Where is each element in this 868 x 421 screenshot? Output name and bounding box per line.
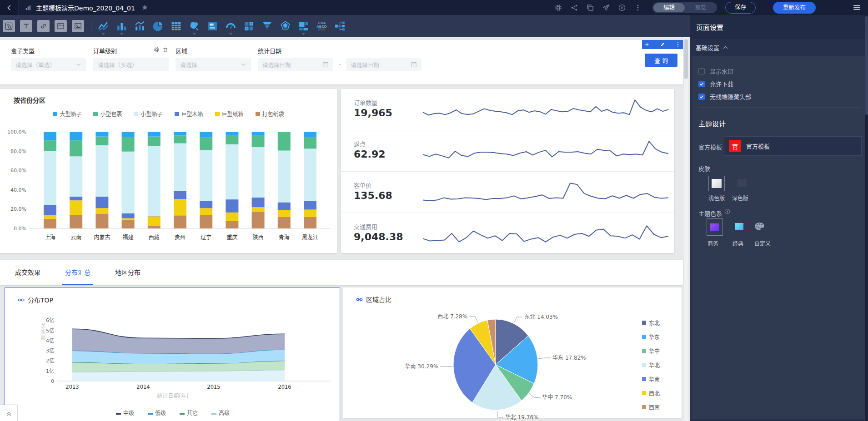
tab-分布汇总[interactable]: 分布汇总 <box>62 260 93 285</box>
legend-item[interactable]: 华南 <box>642 372 660 386</box>
legend-dash <box>180 413 185 415</box>
gear-icon[interactable] <box>154 47 160 53</box>
legend-item[interactable]: 小型包裹 <box>93 110 122 118</box>
palette-icon[interactable] <box>754 222 765 231</box>
menu-icon[interactable] <box>853 4 861 11</box>
word-cloud-button[interactable]: LHNAABCDEFGH <box>316 20 327 32</box>
republish-button[interactable]: 重新发布 <box>773 2 816 14</box>
canvas-scrollbar[interactable] <box>684 37 688 421</box>
plus-icon[interactable] <box>644 42 650 47</box>
copy-icon[interactable] <box>587 4 594 11</box>
date-input-1[interactable]: 请选择日期 <box>258 58 333 71</box>
filter-select[interactable]: 请选择 <box>176 58 251 71</box>
back-icon <box>6 5 12 11</box>
skin-swatch-深色版[interactable] <box>738 179 747 187</box>
checkbox-checked[interactable] <box>698 81 705 87</box>
checkbox-checked[interactable] <box>698 94 705 100</box>
theme-color-商务[interactable] <box>707 218 723 236</box>
legend-item[interactable]: 华中 <box>642 344 660 358</box>
legend-item[interactable]: 华北 <box>642 358 660 372</box>
table-button[interactable] <box>171 20 182 32</box>
gear-icon[interactable] <box>555 4 562 11</box>
basic-settings-header[interactable]: 基础设置 <box>690 39 868 56</box>
legend-item[interactable]: 西北 <box>642 386 660 400</box>
tab-地区分布[interactable]: 地区分布 <box>112 260 143 285</box>
calendar-icon <box>411 61 417 68</box>
legend-item[interactable]: 低级 <box>148 409 166 416</box>
pencil-icon[interactable] <box>660 42 665 47</box>
save-button[interactable]: 保存 <box>725 2 756 14</box>
legend-item[interactable]: 大型箱子 <box>53 110 81 118</box>
more-vertical-icon[interactable] <box>675 42 681 47</box>
line-chart-button[interactable] <box>98 20 109 32</box>
legend-item[interactable]: 小型箱子 <box>134 110 162 118</box>
skin-label: 皮肤 <box>698 164 710 173</box>
kpi-value: 135.68 <box>354 190 392 201</box>
share-icon[interactable] <box>571 4 578 11</box>
back-button[interactable] <box>0 0 19 15</box>
region-pie-card: 区域占比 东北 14.03%华东 17.82%华中 7.70%华北 19.76%… <box>343 287 682 418</box>
date-input-2[interactable]: 请选择日期 <box>346 58 421 71</box>
layout-blocks-button[interactable] <box>298 20 309 32</box>
combo-chart-button[interactable] <box>134 20 146 32</box>
area-chart-plot[interactable]: 01亿2亿3亿4亿5亿6亿2013201420152016 <box>5 310 341 391</box>
checkbox-unchecked[interactable] <box>698 68 705 74</box>
legend-swatch <box>93 112 98 116</box>
query-widget-button[interactable] <box>3 20 15 32</box>
checkbox-允许下载[interactable]: 允许下载 <box>698 79 733 88</box>
mode-preview-button[interactable]: 预览 <box>685 3 716 12</box>
svg-text:EFGH: EFGH <box>318 28 326 31</box>
text-widget-button[interactable] <box>20 20 32 32</box>
bar-chart-button[interactable] <box>116 20 127 32</box>
skin-swatch-浅色版[interactable] <box>708 176 725 191</box>
legend-item[interactable]: 打包纸袋 <box>256 110 284 118</box>
send-icon[interactable] <box>602 4 610 11</box>
settings-scrollbar-thumb[interactable] <box>865 16 868 115</box>
download-icon[interactable] <box>618 4 626 11</box>
kpi-label: 客单价 <box>354 181 371 189</box>
svg-text:0.0%: 0.0% <box>14 226 26 232</box>
filter-select[interactable]: 请选择（单选） <box>11 58 86 71</box>
collapse-panel-button[interactable] <box>0 405 18 421</box>
legend-dash <box>116 413 121 415</box>
pie-chart-button[interactable] <box>152 20 164 32</box>
mode-edit-button[interactable]: 编辑 <box>653 3 685 12</box>
tab-成交效果[interactable]: 成交效果 <box>12 260 43 285</box>
legend-item[interactable]: 其它 <box>180 409 198 416</box>
query-button[interactable]: 查 询 <box>645 54 677 67</box>
legend-item[interactable]: 高级 <box>211 409 230 416</box>
pie-chart-plot[interactable]: 东北 14.03%华东 17.82%华中 7.70%华北 19.76%华南 30… <box>343 287 682 418</box>
settings-scrollbar[interactable] <box>865 15 868 421</box>
star-icon[interactable] <box>141 4 148 11</box>
filter-select[interactable]: 请选择（多选） <box>93 58 169 71</box>
svg-text:5亿: 5亿 <box>46 328 54 334</box>
legend-item[interactable]: 中级 <box>116 409 134 416</box>
funnel-button[interactable] <box>261 20 273 32</box>
info-icon[interactable] <box>724 208 730 214</box>
trash-icon[interactable] <box>162 47 168 53</box>
bar-chart-plot[interactable]: 0.0%20.0%40.0%60.0%80.0%100.0%上海云南内蒙古福建西… <box>0 123 337 248</box>
legend-label: 华东 <box>649 333 660 341</box>
legend-swatch <box>175 112 179 116</box>
checkbox-无线端隐藏头部[interactable]: 无线端隐藏头部 <box>698 92 751 101</box>
legend-item[interactable]: 华东 <box>642 330 660 344</box>
legend-item[interactable]: 巨型纸箱 <box>215 110 244 118</box>
legend-item[interactable]: 西南 <box>642 400 660 414</box>
china-map-button[interactable] <box>189 20 200 32</box>
relation-tree-button[interactable] <box>334 20 346 32</box>
gauge-button[interactable] <box>225 20 236 32</box>
radar-button[interactable] <box>280 20 291 32</box>
legend-item[interactable]: 东北 <box>642 316 660 330</box>
theme-color-经典[interactable] <box>735 223 743 230</box>
indicator-card-button[interactable] <box>207 20 218 32</box>
template-select[interactable]: 官 官方模板 <box>724 136 862 156</box>
image-widget-button[interactable] <box>72 20 84 32</box>
canvas-scrollbar-thumb[interactable] <box>684 39 688 79</box>
quadrant-button[interactable] <box>243 20 255 32</box>
form-widget-button[interactable] <box>55 20 67 32</box>
more-vertical-icon[interactable] <box>634 4 642 11</box>
checkbox-显示水印[interactable]: 显示水印 <box>698 67 733 75</box>
distribution-top-card[interactable]: 分布TOP 01亿2亿3亿4亿5亿6亿2013201420152016 总金额 … <box>5 287 340 421</box>
legend-item[interactable]: 巨型木箱 <box>175 110 203 118</box>
link-widget-button[interactable] <box>37 20 50 32</box>
